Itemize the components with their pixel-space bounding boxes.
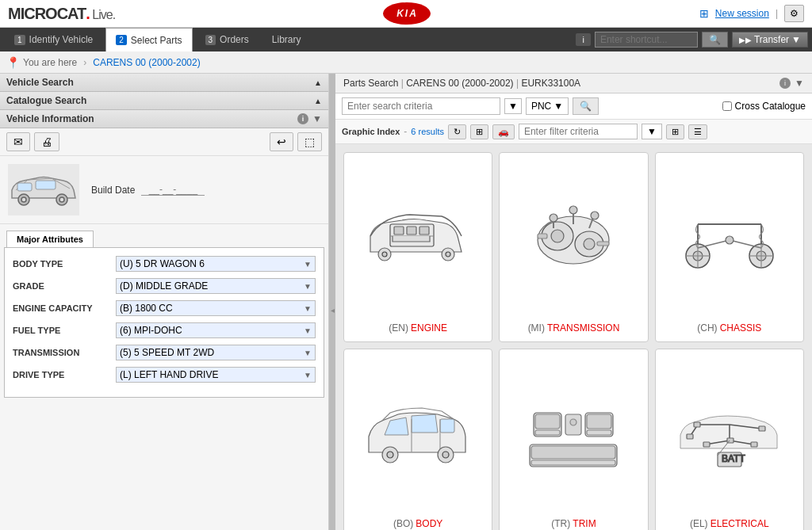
pnc-selector[interactable]: PNC ▼ — [526, 97, 569, 115]
build-date-input[interactable] — [141, 184, 205, 196]
attr-select-grade[interactable]: (D) MIDDLE GRADE ▼ — [116, 278, 316, 294]
part-card-engine[interactable]: (EN) ENGINE — [343, 152, 492, 342]
transfer-icon: ▶▶ — [739, 36, 752, 44]
grid-view-button[interactable]: ⊞ — [470, 124, 488, 139]
cross-catalogue-option: Cross Catalogue — [722, 101, 806, 112]
kia-logo: KIA — [383, 2, 431, 25]
columns-button[interactable]: ⊞ — [666, 124, 684, 139]
graphic-separator: - — [404, 126, 407, 137]
engine-name: ENGINE — [411, 322, 447, 334]
part-label-engine: (EN) ENGINE — [389, 322, 447, 334]
tab-select-parts[interactable]: 2 Select Parts — [105, 28, 192, 51]
search-field-dropdown-button[interactable]: ▼ — [504, 98, 522, 114]
svg-rect-5 — [36, 181, 56, 189]
part-card-trim[interactable]: (TR) TRIM — [499, 349, 648, 531]
body-name: BODY — [416, 518, 442, 529]
svg-rect-66 — [703, 442, 710, 447]
svg-rect-12 — [407, 227, 416, 234]
electrical-code: (EL) — [690, 518, 708, 529]
part-image-chassis — [664, 161, 795, 316]
svg-rect-51 — [587, 430, 611, 435]
export-button[interactable]: ⬚ — [297, 132, 322, 151]
part-label-transmission: (MI) TRANSMISSION — [528, 322, 620, 334]
svg-rect-64 — [759, 426, 765, 431]
vehicle-illustration — [8, 166, 79, 214]
attr-select-fuel-type[interactable]: (6) MPI-DOHC ▼ — [116, 322, 316, 338]
nav-search-button[interactable]: 🔍 — [702, 32, 728, 48]
parts-vehicle-ref: CARENS 00 (2000-2002) — [406, 78, 513, 89]
svg-rect-21 — [597, 242, 609, 246]
tab-identify-vehicle[interactable]: 1 Identify Vehicle — [4, 28, 103, 51]
header-right: ⊞ New session | ⚙ — [699, 5, 804, 22]
parts-header-filter-icon: ▼ — [795, 78, 804, 89]
svg-rect-67 — [751, 442, 757, 447]
catalogue-search-header[interactable]: Catalogue Search ▲ — [0, 92, 328, 110]
breadcrumb-vehicle-link[interactable]: CARENS 00 (2000-2002) — [93, 57, 200, 68]
transfer-button[interactable]: ▶▶ Transfer ▼ — [732, 32, 808, 48]
you-are-here-label: You are here — [23, 57, 77, 68]
body-svg — [362, 397, 473, 472]
engine-svg — [362, 200, 473, 276]
svg-point-19 — [584, 238, 595, 250]
part-label-electrical: (EL) ELECTRICAL — [690, 518, 769, 529]
app-header: MICROCAT. Live. KIA ⊞ New session | ⚙ — [0, 0, 812, 28]
part-card-electrical[interactable]: BATT (EL) ELECTRICAL — [655, 349, 804, 531]
vehicle-information-header[interactable]: Vehicle Information i ▼ — [0, 110, 328, 128]
part-image-engine — [352, 161, 484, 316]
info-button[interactable]: i — [576, 33, 590, 46]
right-panel: Parts Search | CARENS 00 (2000-2002) | E… — [335, 74, 812, 530]
part-label-chassis: (CH) CHASSIS — [697, 322, 761, 334]
svg-rect-47 — [535, 414, 560, 429]
attributes-content: BODY TYPE (U) 5 DR WAGON 6 ▼ GRADE (D) M… — [4, 247, 324, 398]
refresh-button[interactable]: ↻ — [448, 124, 466, 139]
electrical-name: ELECTRICAL — [710, 518, 769, 529]
attr-select-drive-type[interactable]: (L) LEFT HAND DRIVE ▼ — [116, 367, 316, 383]
shortcut-input[interactable] — [595, 32, 698, 48]
settings-button[interactable]: ⚙ — [784, 5, 804, 22]
parts-search-button[interactable]: 🔍 — [573, 97, 599, 115]
email-button[interactable]: ✉ — [6, 132, 30, 151]
major-attributes-tab[interactable]: Major Attributes — [6, 231, 94, 247]
filter-dropdown-button[interactable]: ▼ — [642, 124, 662, 139]
attr-row-drive-type: DRIVE TYPE (L) LEFT HAND DRIVE ▼ — [13, 367, 316, 383]
svg-rect-48 — [535, 430, 560, 435]
tab-num-3: 3 — [205, 35, 216, 45]
list-button[interactable]: ☰ — [688, 124, 707, 139]
part-card-body[interactable]: (BO) BODY — [343, 349, 492, 531]
new-session-link[interactable]: New session — [715, 8, 769, 19]
part-card-chassis[interactable]: (CH) CHASSIS — [655, 152, 804, 342]
attr-select-transmission[interactable]: (5) 5 SPEED MT 2WD ▼ — [116, 345, 316, 360]
print-button[interactable]: 🖨 — [34, 132, 59, 151]
svg-point-38 — [726, 236, 733, 244]
vehicle-toolbar: ✉ 🖨 ↩ ⬚ — [0, 128, 328, 156]
panel-divider[interactable]: ◂ — [329, 74, 335, 530]
undo-button[interactable]: ↩ — [270, 132, 293, 151]
vehicle-search-collapse-icon: ▲ — [314, 78, 322, 87]
attr-label-engine-capacity: ENGINE CAPACITY — [13, 303, 108, 313]
svg-rect-68 — [687, 434, 693, 439]
attr-value-body-type: (U) 5 DR WAGON 6 — [120, 258, 205, 269]
transmission-name: TRANSMISSION — [547, 322, 619, 334]
fuel-type-dropdown-icon: ▼ — [304, 326, 312, 335]
part-card-transmission[interactable]: (MI) TRANSMISSION — [499, 152, 648, 342]
svg-point-43 — [387, 452, 393, 458]
transfer-dropdown-icon: ▼ — [791, 34, 801, 45]
vehicle-search-header[interactable]: Vehicle Search ▲ — [0, 74, 328, 92]
attr-label-grade: GRADE — [13, 281, 108, 291]
transmission-dropdown-icon: ▼ — [304, 349, 312, 357]
filter-input[interactable] — [519, 124, 638, 139]
svg-point-18 — [551, 230, 564, 242]
drive-type-dropdown-icon: ▼ — [304, 371, 312, 379]
parts-search-input[interactable] — [342, 97, 500, 115]
part-image-trim — [508, 357, 639, 513]
vehicle-info-section: Build Date — [0, 156, 328, 224]
car-view-button[interactable]: 🚗 — [492, 124, 515, 139]
transmission-code: (MI) — [528, 322, 545, 334]
trim-name: TRIM — [573, 518, 596, 529]
attr-select-body-type[interactable]: (U) 5 DR WAGON 6 ▼ — [116, 256, 316, 272]
attr-select-engine-capacity[interactable]: (B) 1800 CC ▼ — [116, 300, 316, 316]
main-area: Vehicle Search ▲ Catalogue Search ▲ Vehi… — [0, 74, 812, 530]
tab-library[interactable]: Library — [262, 28, 312, 51]
cross-catalogue-checkbox[interactable] — [722, 101, 732, 111]
tab-orders[interactable]: 3 Orders — [195, 28, 259, 51]
